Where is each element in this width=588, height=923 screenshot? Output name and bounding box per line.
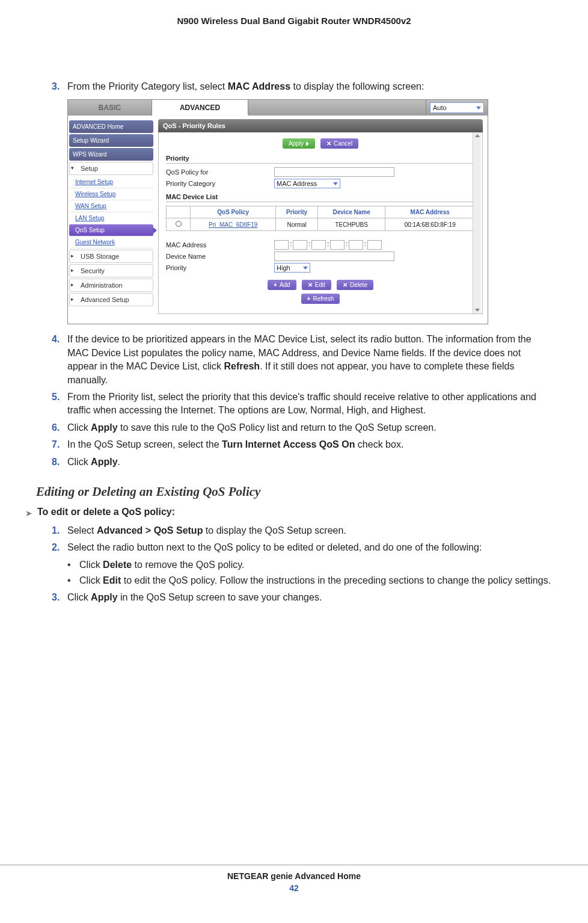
bold-text: MAC Address: [228, 81, 290, 91]
row-policy[interactable]: Pri_MAC_6D8F19: [191, 218, 276, 231]
x-icon: ✕: [326, 140, 331, 147]
section-priority: Priority: [166, 155, 475, 164]
row-device: TECHPUBS: [317, 218, 385, 231]
text: From the Priority Category list, select: [67, 81, 228, 91]
edit-button[interactable]: ✕Edit: [302, 280, 331, 290]
tab-advanced[interactable]: ADVANCED: [152, 100, 248, 116]
th-device-name: Device Name: [317, 206, 385, 218]
mac-device-table: QoS Policy Priority Device Name MAC Addr…: [166, 206, 475, 231]
sidebar-item-wan-setup[interactable]: WAN Setup: [69, 200, 153, 212]
x-icon: ✕: [343, 282, 348, 288]
sidebar-security[interactable]: Security: [69, 264, 153, 277]
step-8: 8. Click Apply.: [52, 455, 552, 469]
bullet-delete: • Click Delete to remove the QoS policy.: [67, 558, 552, 572]
text: In the QoS Setup screen, select the: [67, 439, 222, 449]
cancel-button[interactable]: ✕Cancel: [320, 138, 358, 149]
row-priority-select: Priority High: [166, 263, 475, 273]
auto-dropdown[interactable]: Auto: [430, 102, 484, 113]
th-priority: Priority: [276, 206, 318, 218]
button-label: Apply: [289, 140, 304, 147]
lead-row: ➤ To edit or delete a QoS policy:: [25, 507, 552, 518]
scrollbar[interactable]: [473, 132, 481, 313]
step-number: 1.: [52, 524, 67, 537]
text: From the Priority list, select the prior…: [67, 390, 552, 418]
mac-seg[interactable]: [274, 240, 289, 250]
table-row: Pri_MAC_6D8F19 Normal TECHPUBS 00:1A:6B:…: [167, 218, 475, 231]
text: to display the following screen:: [290, 81, 424, 91]
main-panel: QoS - Priority Rules Apply ✕Cancel Prior…: [153, 116, 488, 324]
bold-text: Apply: [91, 422, 117, 433]
row-radio[interactable]: [176, 221, 182, 227]
sidebar-usb-storage[interactable]: USB Storage: [69, 250, 153, 263]
sidebar-item-guest-network[interactable]: Guest Network: [69, 236, 153, 248]
step-number: 4.: [52, 333, 67, 387]
row-qos-policy-for: QoS Policy for: [166, 167, 475, 177]
sidebar-item-internet-setup[interactable]: Internet Setup: [69, 176, 153, 188]
text: Click: [79, 575, 103, 585]
refresh-button[interactable]: +Refresh: [301, 294, 340, 304]
sidebar-item-qos-setup[interactable]: QoS Setup: [69, 224, 153, 236]
mac-seg[interactable]: [349, 240, 363, 250]
step-7: 7. In the QoS Setup screen, select the T…: [52, 438, 552, 451]
sub-heading: Editing or Deleting an Existing QoS Poli…: [36, 484, 552, 499]
select-value: High: [277, 264, 290, 271]
bold-text: Advanced > QoS Setup: [97, 525, 203, 536]
row-priority-category: Priority Category MAC Address: [166, 179, 475, 188]
sidebar-advanced-home[interactable]: ADVANCED Home: [69, 120, 153, 133]
substep-1: 1. Select Advanced > QoS Setup to displa…: [52, 524, 552, 537]
footer-line: NETGEAR genie Advanced Home: [0, 871, 588, 881]
panel-title: QoS - Priority Rules: [158, 119, 483, 132]
priority-select[interactable]: High: [274, 263, 310, 273]
bullet-edit: • Click Edit to edit the QoS policy. Fol…: [67, 574, 552, 587]
field-label: Priority Category: [166, 180, 274, 187]
sidebar-wps-wizard[interactable]: WPS Wizard: [69, 148, 153, 161]
step-number: 5.: [52, 390, 67, 418]
text: Click: [79, 560, 103, 570]
step-number: 2.: [52, 541, 67, 554]
th-mac-address: MAC Address: [385, 206, 475, 218]
sidebar-item-label: Advanced Setup: [81, 296, 129, 303]
mac-colon: :: [346, 240, 348, 250]
row-priority: Normal: [276, 218, 318, 231]
text: to save this rule to the QoS Policy list…: [118, 422, 436, 433]
mac-colon: :: [290, 240, 292, 250]
device-name-input[interactable]: [274, 252, 394, 261]
button-label: Refresh: [313, 295, 334, 302]
bold-text: Delete: [103, 560, 132, 570]
delete-button[interactable]: ✕Delete: [337, 280, 373, 290]
mac-seg[interactable]: [330, 240, 345, 250]
button-label: Add: [280, 282, 290, 288]
footer-page-number: 42: [0, 883, 588, 893]
mac-seg[interactable]: [311, 240, 326, 250]
tab-basic[interactable]: BASIC: [68, 100, 152, 116]
priority-category-select[interactable]: MAC Address: [274, 179, 340, 188]
text: to edit the QoS policy. Follow the instr…: [121, 575, 551, 585]
play-icon: [306, 141, 309, 146]
add-button[interactable]: +Add: [268, 280, 296, 290]
qos-policy-for-input[interactable]: [274, 167, 394, 177]
text: Select the radio button next to the QoS …: [67, 541, 552, 554]
bold-text: Apply: [91, 457, 117, 467]
lead-text: To edit or delete a QoS policy:: [37, 507, 175, 517]
row-radio-cell: [167, 218, 191, 231]
mac-address-input: : : : : :: [274, 240, 382, 250]
mac-colon: :: [308, 240, 310, 250]
sidebar-advanced-setup[interactable]: Advanced Setup: [69, 293, 153, 306]
apply-button[interactable]: Apply: [283, 138, 315, 149]
row-mac-address: MAC Address : : : : :: [166, 240, 475, 250]
sidebar-item-wireless-setup[interactable]: Wireless Setup: [69, 188, 153, 200]
sidebar-administration[interactable]: Administration: [69, 279, 153, 292]
th-qos-policy: QoS Policy: [191, 206, 276, 218]
field-label: QoS Policy for: [166, 168, 274, 176]
sidebar-setup-wizard[interactable]: Setup Wizard: [69, 134, 153, 147]
sidebar-item-lan-setup[interactable]: LAN Setup: [69, 212, 153, 224]
sidebar-setup[interactable]: Setup: [69, 162, 153, 175]
text: Click: [67, 592, 91, 602]
x-icon: ✕: [308, 282, 313, 288]
button-label: Delete: [350, 282, 367, 288]
field-label: MAC Address: [166, 241, 274, 248]
chevron-down-icon: [303, 267, 308, 270]
mac-seg[interactable]: [293, 240, 307, 250]
mac-seg[interactable]: [367, 240, 382, 250]
sidebar-item-label: Administration: [81, 282, 123, 289]
